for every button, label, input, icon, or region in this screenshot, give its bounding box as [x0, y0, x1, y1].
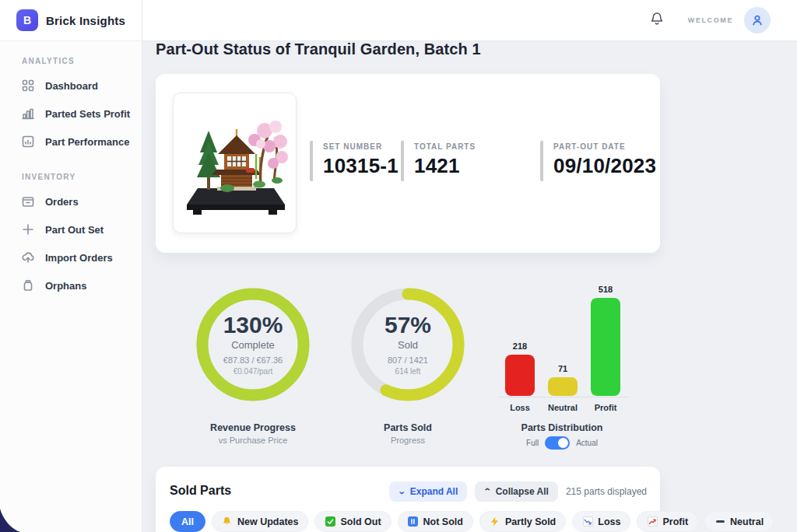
filter-chip-all[interactable]: All: [170, 511, 205, 532]
donut-detail-1: €87.83 / €67.36: [223, 355, 283, 365]
performance-chart-icon: [21, 135, 35, 149]
bell-icon: [222, 516, 233, 527]
sidebar-item-label: Orphans: [45, 280, 86, 292]
distribution-mode-toggle-row: Full Actual: [484, 436, 640, 450]
bar-chart-icon: [21, 107, 35, 121]
sold-parts-card: Sold Parts ⌄ Expand All ⌃ Collapse All 2…: [156, 467, 660, 532]
toggle-knob: [558, 438, 568, 448]
revenue-progress-caption: Revenue Progress vs Purchase Price: [167, 422, 339, 445]
stat-value: 1421: [414, 154, 476, 178]
filter-chip-partly-sold[interactable]: Partly Sold: [479, 511, 566, 532]
top-header: WELCOME: [142, 0, 797, 41]
sidebar-item-label: Dashboard: [45, 80, 98, 92]
sidebar-item-label: Import Orders: [45, 252, 113, 264]
caption-title: Parts Distribution: [476, 422, 648, 433]
nav-section-analytics: ANALYTICS: [22, 57, 142, 65]
brand-logo-icon: B: [16, 9, 38, 31]
bar-loss[interactable]: [505, 355, 535, 396]
nav-section-inventory: INVENTORY: [22, 173, 142, 181]
filter-chip-neutral[interactable]: Neutral: [704, 511, 774, 532]
expand-all-label: Expand All: [410, 486, 458, 497]
filter-chip-profit[interactable]: Profit: [637, 511, 698, 532]
chevron-down-icon: ⌄: [398, 488, 406, 495]
set-image[interactable]: [173, 93, 297, 233]
donut-label: Sold: [398, 339, 418, 351]
donut-detail-1: 807 / 1421: [388, 355, 428, 365]
filter-chip-new-updates[interactable]: New Updates: [212, 511, 309, 532]
chip-label: Not Sold: [423, 516, 463, 527]
brand-name: Brick Insights: [46, 14, 125, 27]
bar-neutral[interactable]: [548, 377, 578, 396]
chip-label: Partly Sold: [505, 516, 556, 527]
bar-plot-area: [498, 282, 629, 397]
parts-sold-caption: Parts Sold Progress: [322, 422, 493, 445]
sidebar-item-label: Parted Sets Profit: [45, 108, 130, 120]
sidebar-item-part-performance[interactable]: Part Performance: [0, 128, 142, 156]
sidebar-nav: ANALYTICS Dashboard Parted Sets Profit P…: [0, 41, 142, 299]
caption-subtitle: Progress: [322, 436, 493, 445]
stat-label: SET NUMBER: [323, 142, 398, 151]
user-avatar[interactable]: [744, 7, 771, 33]
filter-chip-sold-out[interactable]: Sold Out: [314, 511, 391, 532]
bar-label-neutral: Neutral: [548, 403, 578, 412]
cloud-upload-icon: [21, 250, 35, 264]
chip-label: All: [181, 516, 194, 527]
sidebar-item-part-out-set[interactable]: Part Out Set: [0, 215, 142, 243]
filter-chips: All New Updates Sold Out Not Sold: [170, 511, 774, 532]
sidebar-item-import-orders[interactable]: Import Orders: [0, 243, 142, 271]
chip-label: Sold Out: [340, 516, 381, 527]
filter-chip-loss[interactable]: Loss: [572, 511, 630, 532]
collapse-all-label: Collapse All: [496, 486, 549, 497]
toggle-right-label[interactable]: Actual: [576, 439, 598, 447]
stat-total-parts: TOTAL PARTS 1421: [401, 141, 476, 181]
grid-icon: [21, 79, 35, 93]
bar-profit[interactable]: [591, 298, 620, 396]
plus-icon: [21, 222, 35, 236]
stat-set-number: SET NUMBER 10315-1: [310, 141, 398, 181]
sold-parts-actions: ⌄ Expand All ⌃ Collapse All 215 parts di…: [389, 481, 647, 502]
full-actual-toggle[interactable]: [545, 436, 570, 450]
jar-icon: [21, 278, 35, 292]
chevron-up-icon: ⌃: [483, 488, 492, 495]
toggle-left-label[interactable]: Full: [526, 439, 539, 447]
sidebar-item-dashboard[interactable]: Dashboard: [0, 72, 142, 100]
parts-distribution-chart: 218 71 518 Loss Neutral Profit: [498, 282, 629, 414]
parts-count-label: 215 parts displayed: [566, 486, 647, 497]
donut-percent: 130%: [223, 313, 283, 337]
notifications-bell-icon[interactable]: [649, 11, 665, 30]
app-window: B Brick Insights ANALYTICS Dashboard Par…: [0, 0, 797, 532]
tranquil-garden-illustration: [181, 101, 290, 226]
sidebar-item-orders[interactable]: Orders: [0, 187, 142, 215]
parts-sold-donut: 57% Sold 807 / 1421 614 left: [349, 286, 466, 403]
parts-distribution-caption: Parts Distribution: [476, 422, 648, 433]
sold-parts-title: Sold Parts: [170, 484, 231, 498]
sidebar: B Brick Insights ANALYTICS Dashboard Par…: [0, 0, 142, 532]
brand-header[interactable]: B Brick Insights: [0, 0, 142, 41]
expand-all-button[interactable]: ⌄ Expand All: [389, 481, 467, 502]
minus-icon: [714, 516, 725, 527]
donut-percent: 57%: [384, 313, 431, 337]
bar-label-loss: Loss: [505, 403, 535, 412]
donut-label: Complete: [231, 339, 275, 351]
stat-part-out-date: PART-OUT DATE 09/10/2023: [540, 141, 656, 181]
caption-title: Parts Sold: [322, 422, 493, 433]
sidebar-item-label: Part Out Set: [45, 224, 104, 236]
sidebar-item-parted-sets-profit[interactable]: Parted Sets Profit: [0, 100, 142, 128]
chart-up-icon: [647, 516, 658, 527]
revenue-progress-donut: 130% Complete €87.83 / €67.36 €0.047/par…: [195, 286, 311, 403]
sidebar-item-orphans[interactable]: Orphans: [0, 271, 142, 299]
donut-detail-2: 614 left: [395, 367, 421, 376]
donut-detail-2: €0.047/part: [233, 367, 273, 376]
chip-label: Neutral: [730, 516, 764, 527]
chart-down-icon: [582, 516, 593, 527]
collapse-all-button[interactable]: ⌃ Collapse All: [475, 481, 558, 502]
check-icon: [325, 516, 335, 527]
sidebar-item-label: Part Performance: [45, 136, 129, 148]
filter-chip-not-sold[interactable]: Not Sold: [398, 511, 473, 532]
sidebar-item-label: Orders: [45, 196, 79, 208]
stat-label: TOTAL PARTS: [414, 142, 476, 151]
stat-value: 10315-1: [323, 154, 398, 178]
bar-label-profit: Profit: [591, 403, 620, 412]
pause-icon: [408, 516, 419, 527]
box-icon: [21, 194, 35, 208]
